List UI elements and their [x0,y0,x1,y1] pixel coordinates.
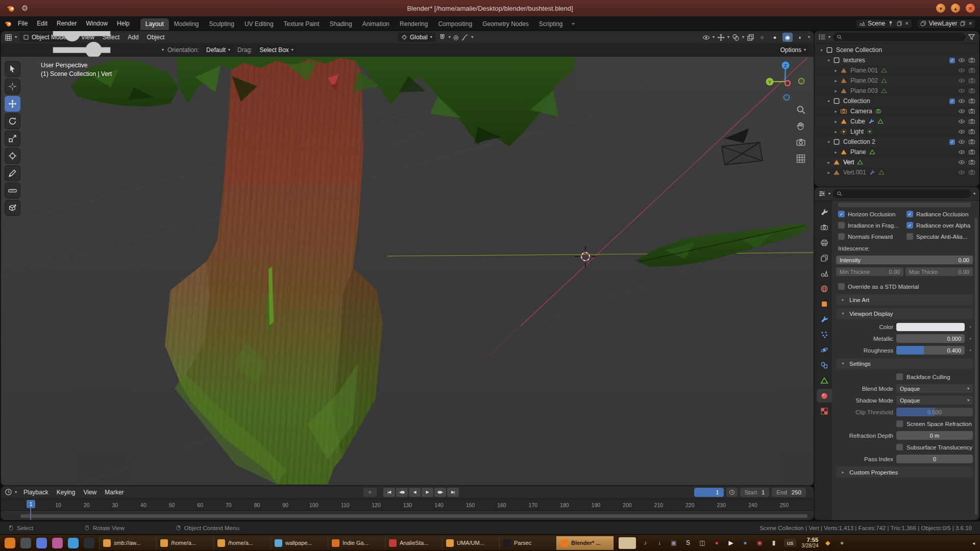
taskbar-window-button[interactable]: UMA/UM... [442,536,499,550]
menu-item[interactable]: Window [81,18,112,29]
workspace-tab[interactable]: Texture Paint [279,18,325,30]
tab-constraints[interactable] [817,358,832,372]
gizmo-z-neg-axis[interactable] [784,95,790,101]
chevron-down-icon[interactable]: ▾ [973,192,975,196]
outliner-row-vert-active[interactable]: ▸ Vert [815,157,979,167]
hide-in-viewport-icon[interactable] [958,148,965,156]
hide-in-viewport-icon[interactable] [958,67,965,74]
object-type-visibility-icon[interactable] [702,34,710,41]
xray-toggle-icon[interactable] [747,34,754,41]
outliner-row-collection2[interactable]: ▾ Collection 2 [815,137,979,147]
material-toggle[interactable]: Radiance Occlusion [906,211,973,217]
workspace-tab[interactable]: Scripting [534,18,568,30]
outliner-row-cube[interactable]: ▸ Cube [815,116,979,127]
gallery-app-icon[interactable] [51,536,64,550]
expand-icon[interactable]: ▸ [833,79,839,83]
outliner-row-collection[interactable]: ▾ Collection [815,96,979,106]
expand-icon[interactable]: ▾ [819,48,824,53]
checkbox[interactable] [906,211,913,217]
properties-scrollbar[interactable] [975,218,977,515]
taskbar-window-button[interactable]: Indie Ga... [328,536,385,550]
discord-icon[interactable] [35,536,48,550]
taskbar-window-button[interactable]: /home/a... [213,536,271,550]
hide-in-viewport-icon[interactable] [958,169,965,176]
transport-button[interactable]: ▶ [422,488,433,497]
camera-object[interactable] [722,129,763,165]
collection-checkbox[interactable] [949,58,955,63]
transform-orientation-dropdown[interactable]: Global ▾ [398,33,436,42]
animate-decorator-icon[interactable]: • [968,348,973,353]
material-toggle[interactable]: Horizon Occlusion [838,211,904,217]
drag-setting-dropdown[interactable]: Select Box ▾ [256,45,297,55]
tab-object-data[interactable] [817,373,832,387]
clip-threshold-slider[interactable]: 0.500 [896,408,973,416]
new-view-layer-icon[interactable] [960,20,966,27]
workspace-tab[interactable]: UV Editing [239,18,279,30]
metallic-slider[interactable]: 0.000 [896,334,965,343]
chevron-down-icon[interactable]: ▾ [449,35,451,39]
expand-icon[interactable]: ▾ [826,99,831,104]
network-tray-icon[interactable]: ▣ [670,540,678,546]
tab-texture[interactable] [817,404,832,418]
taskbar-window-button[interactable]: Parsec [499,536,556,550]
keyboard-layout-indicator[interactable]: us [784,539,796,547]
show-overlays-icon[interactable] [732,34,740,41]
remove-view-layer-icon[interactable]: ✕ [968,21,972,26]
workspace-tab[interactable]: Sculpting [204,18,239,30]
timeline-ruler[interactable]: 1020304050607080901001101201301401501601… [1,498,814,511]
timeline-track-area[interactable] [1,511,814,519]
collection-checkbox[interactable] [949,98,955,104]
window-menu-gear-icon[interactable]: ⚙ [21,4,31,13]
scene-selector[interactable]: Scene ✕ [855,19,913,29]
expand-icon[interactable]: ▸ [833,89,839,93]
shading-rendered-button[interactable]: ◐ [795,33,805,42]
max-thickness-slider[interactable]: Max Thickn 0.00 [905,267,973,276]
min-thickness-slider[interactable]: Min Thickne 0.00 [836,267,903,276]
taskbar-window-button[interactable]: smb://aw... [99,536,156,550]
tab-scene[interactable] [817,266,832,280]
disable-in-renders-icon[interactable] [968,118,975,125]
clipboard-tray-icon[interactable]: ◫ [698,540,706,546]
disable-in-renders-icon[interactable] [968,169,975,176]
tab-modifiers[interactable] [817,312,832,326]
view-layer-selector[interactable]: ViewLayer ✕ [917,19,976,29]
outliner-row-plane[interactable]: ▸ Plane [815,147,979,157]
material-toggle[interactable]: Radiance over Alpha [906,222,973,229]
workspace-tab[interactable]: + [568,18,579,30]
window-titlebar[interactable]: ⚙ Blender* [/home/amalie/Desktop/blender… [0,0,980,17]
material-toggle[interactable]: Irradiance in Frag... [838,222,904,229]
screen-space-refraction-toggle[interactable]: Screen Space Refraction [896,420,973,427]
updates-tray-icon[interactable]: ↓ [655,540,664,546]
blend-mode-dropdown[interactable]: Opaque ▾ [896,384,973,393]
menu-item[interactable]: Render [52,18,81,29]
package-manager-icon[interactable] [19,536,33,550]
checkbox[interactable] [896,373,903,380]
tab-particles[interactable] [817,328,832,341]
hide-in-viewport-icon[interactable] [958,108,965,115]
chevron-down-icon[interactable]: ▾ [808,35,810,39]
falloff-curve-icon[interactable] [461,34,469,41]
file-manager-icon[interactable] [66,536,80,550]
workspace-tab[interactable]: Rendering [395,18,433,30]
hide-in-viewport-icon[interactable] [958,97,965,105]
close-button[interactable]: ✕ [966,4,975,13]
recorder-tray-icon[interactable]: ● [713,540,721,546]
system-status-tray-icon[interactable]: ● [838,540,846,546]
workspace-tab[interactable]: Animation [357,18,395,30]
outliner-row-light[interactable]: ▸ Light [815,127,979,137]
hide-in-viewport-icon[interactable] [958,87,965,94]
move-tool[interactable] [5,96,20,112]
add-cube-tool[interactable] [5,200,20,216]
hide-in-viewport-icon[interactable] [958,118,965,125]
expand-icon[interactable]: ▸ [833,150,839,155]
checkbox[interactable] [838,222,845,229]
collection-checkbox[interactable] [949,139,955,145]
desktop-pager[interactable] [619,537,636,549]
expand-icon[interactable]: ▸ [833,130,839,134]
hide-in-viewport-icon[interactable] [958,57,965,64]
disable-in-renders-icon[interactable] [968,138,975,145]
outliner-row-vert001[interactable]: ▸ Vert.001 [815,167,979,178]
disable-in-renders-icon[interactable] [968,57,975,64]
preview-range-clock-icon[interactable] [726,488,738,497]
timeline-menu-item[interactable]: View [79,488,101,497]
